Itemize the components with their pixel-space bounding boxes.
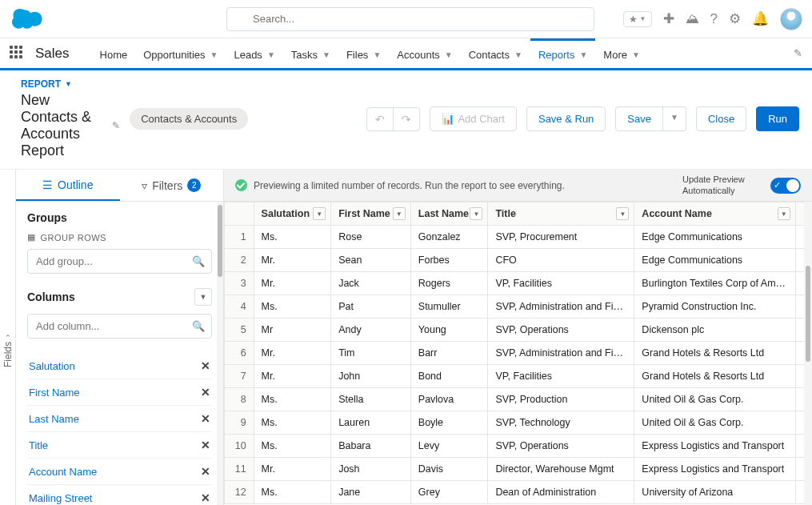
fields-panel-toggle[interactable]: › Fields [0,170,16,505]
column-item[interactable]: Mailing Street✕ [27,484,212,505]
outline-icon: ☰ [42,178,53,191]
save-and-run-button[interactable]: Save & Run [526,106,606,131]
nav-item-home[interactable]: Home [92,38,136,68]
auto-update-toggle[interactable] [770,178,801,194]
column-menu-icon[interactable]: ▼ [470,207,482,220]
cell: Ms. [254,295,331,319]
sidebar-scrollbar[interactable] [217,202,223,505]
cell: Ms. [254,411,331,435]
salesforce-logo-icon[interactable] [10,6,48,32]
success-check-icon [235,179,247,191]
global-header: 🔍 ★▼ ✚ ⛰ ? ⚙ 🔔 [0,0,812,38]
remove-column-icon[interactable]: ✕ [201,491,210,504]
remove-column-icon[interactable]: ✕ [201,465,210,478]
row-number: 11 [225,458,254,481]
filters-tab[interactable]: ▿Filters2 [120,170,224,201]
remove-column-icon[interactable]: ✕ [201,386,210,399]
column-menu-icon[interactable]: ▼ [313,207,326,220]
cell: Jane [331,481,411,504]
rows-icon: ▦ [27,232,36,242]
column-item-label: Last Name [29,413,79,425]
report-title: New Contacts & Accounts Report [21,92,106,159]
cell: Rose [331,226,411,249]
cell: Express Logistics and Transport [634,435,795,458]
report-type-label[interactable]: REPORT▼ [21,78,120,90]
column-header[interactable]: Account Name▼ [634,202,795,226]
column-header[interactable]: Title▼ [488,202,634,226]
cell: Ms. [254,388,331,411]
notifications-bell-icon[interactable]: 🔔 [752,10,769,27]
nav-item-files[interactable]: Files▼ [338,38,389,68]
caret-down-icon: ▼ [373,50,381,59]
cell: Ms. [254,481,331,504]
run-button[interactable]: Run [756,106,799,131]
cell: Boyle [410,411,488,435]
setup-gear-icon[interactable]: ⚙ [729,10,741,27]
undo-redo-group: ↶ ↷ [366,107,420,131]
user-avatar[interactable] [780,8,802,30]
cell: Pat [331,295,411,319]
filter-count-badge: 2 [187,178,201,192]
table-row: 11Mr.JoshDavisDirector, Warehouse MgmtEx… [225,458,812,481]
global-search-input[interactable] [226,7,594,31]
table-row: 7Mr.JohnBondVP, FacilitiesGrand Hotels &… [225,365,812,388]
cell: Levy [410,435,488,458]
column-item[interactable]: Title✕ [27,431,212,458]
column-menu-icon[interactable]: ▼ [616,207,629,220]
column-item[interactable]: Account Name✕ [27,458,212,484]
row-number: 5 [225,319,254,342]
table-row: 5MrAndyYoungSVP, OperationsDickenson plc [225,319,812,342]
help-icon[interactable]: ? [710,11,718,27]
cell: Mr. [254,249,331,272]
close-button[interactable]: Close [696,106,746,131]
nav-item-more[interactable]: More▼ [595,38,648,68]
column-header[interactable]: Last Name▼ [410,202,488,226]
remove-column-icon[interactable]: ✕ [201,439,210,451]
add-icon[interactable]: ✚ [663,10,674,27]
app-name: Sales [35,46,70,62]
undo-button[interactable]: ↶ [367,108,394,130]
column-header[interactable]: Salutation▼ [254,202,331,226]
caret-down-icon: ▼ [210,50,218,59]
column-header[interactable]: First Name▼ [331,202,411,226]
column-item[interactable]: Salutation✕ [27,353,212,379]
save-dropdown-caret[interactable]: ▼ [663,106,686,131]
nav-item-contacts[interactable]: Contacts▼ [461,38,530,68]
report-source-pill[interactable]: Contacts & Accounts [130,108,248,130]
remove-column-icon[interactable]: ✕ [201,412,210,425]
cell: Ms. [254,226,331,249]
save-button[interactable]: Save [615,106,663,131]
nav-item-reports[interactable]: Reports▼ [530,38,595,68]
nav-item-opportunities[interactable]: Opportunities▼ [135,38,226,68]
cell: University of Arizona [634,481,795,504]
favorites-button[interactable]: ★▼ [623,11,652,27]
column-item-label: First Name [29,387,80,399]
trailhead-icon[interactable]: ⛰ [686,11,699,27]
column-item[interactable]: Last Name✕ [27,405,212,431]
nav-item-tasks[interactable]: Tasks▼ [283,38,338,68]
remove-column-icon[interactable]: ✕ [201,359,210,372]
cell: Davis [410,458,488,481]
caret-down-icon: ▼ [65,80,72,88]
column-menu-icon[interactable]: ▼ [393,207,406,220]
column-item[interactable]: First Name✕ [27,379,212,405]
add-chart-button[interactable]: 📊Add Chart [430,106,517,131]
cell: Edge Communications [634,249,795,272]
add-column-input[interactable] [27,314,212,339]
outline-tab[interactable]: ☰Outline [16,170,120,201]
nav-item-leads[interactable]: Leads▼ [226,38,282,68]
app-launcher-icon[interactable] [10,46,26,62]
caret-down-icon: ▼ [579,50,587,59]
redo-button[interactable]: ↷ [394,108,419,130]
edit-title-pencil-icon[interactable]: ✎ [112,120,120,131]
columns-menu-button[interactable]: ▼ [194,288,212,306]
caret-down-icon: ▼ [445,50,453,59]
vertical-scrollbar[interactable] [804,202,812,505]
column-menu-icon[interactable]: ▼ [778,207,790,220]
nav-item-accounts[interactable]: Accounts▼ [389,38,460,68]
add-group-input[interactable] [27,249,212,274]
edit-nav-pencil-icon[interactable]: ✎ [794,47,802,59]
row-number: 3 [225,272,254,295]
cell: SVP, Operations [488,435,634,458]
cell: Grey [410,481,488,504]
